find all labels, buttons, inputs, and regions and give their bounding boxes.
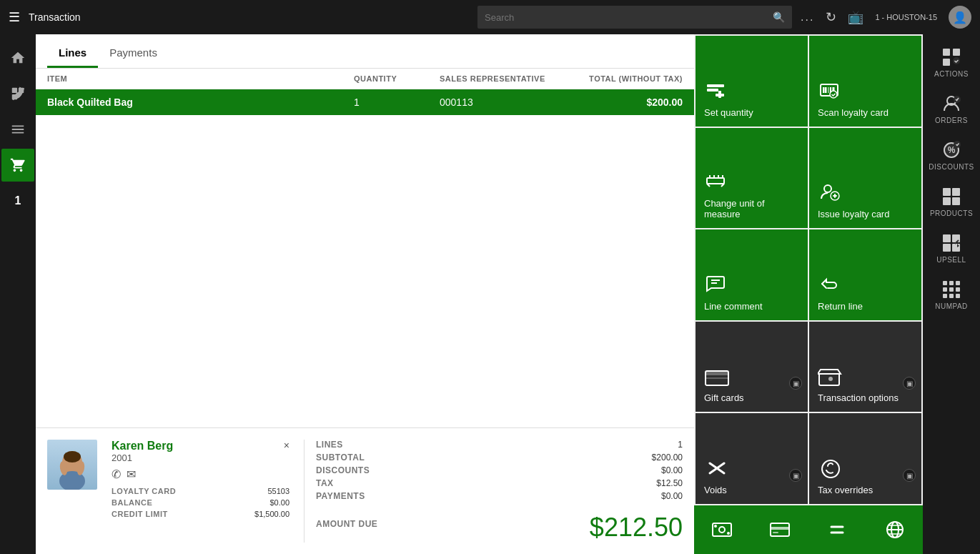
transaction-options-icon: ▣ (818, 365, 913, 387)
refresh-icon[interactable]: ↻ (826, 9, 836, 25)
tax-overrides-icon: ▣ (818, 457, 913, 479)
svg-rect-67 (949, 287, 954, 292)
col-item: ITEM (47, 74, 354, 83)
monitor-icon[interactable]: 📺 (848, 9, 863, 25)
user-avatar[interactable]: 👤 (949, 6, 971, 29)
set-quantity-tile[interactable]: Set quantity (696, 36, 808, 127)
topbar-actions: ... ↻ 📺 1 - HOUSTON-15 👤 (801, 6, 971, 29)
svg-rect-68 (956, 287, 960, 292)
loyalty-card-value: 55103 (267, 487, 289, 495)
equal-button[interactable] (809, 505, 866, 554)
card-button[interactable] (752, 505, 808, 554)
transaction-options-tile[interactable]: ▣ Transaction options (809, 322, 921, 412)
cash-button[interactable] (694, 505, 751, 554)
change-unit-of-measure-tile[interactable]: Change unit of measure (696, 128, 808, 229)
svg-rect-63 (943, 281, 947, 285)
search-input[interactable] (485, 12, 773, 23)
svg-rect-48 (943, 59, 950, 66)
sidebar-item-count[interactable]: 1 (1, 184, 34, 217)
tax-label: TAX (316, 478, 493, 488)
svg-rect-0 (12, 88, 17, 93)
credit-limit-value: $1,500.00 (254, 510, 289, 518)
sidebar-item-discounts[interactable]: % DISCOUNTS (924, 133, 979, 178)
svg-point-29 (828, 377, 833, 381)
row-item-name: Black Quilted Bag (47, 97, 354, 108)
gift-cards-tile[interactable]: ▣ Gift cards (696, 322, 808, 412)
discounts-value: $0.00 (507, 465, 683, 475)
products-label: PRODUCTS (930, 209, 973, 217)
sidebar-item-cart[interactable] (1, 149, 34, 182)
sidebar-item-products[interactable]: PRODUCTS (924, 179, 979, 224)
line-comment-tile[interactable]: Line comment (696, 229, 808, 320)
balance-label: BALANCE (112, 498, 152, 507)
menu-icon[interactable]: ☰ (9, 9, 20, 25)
svg-point-33 (719, 527, 725, 533)
more-button[interactable]: ... (801, 11, 814, 24)
sidebar-item-upsell[interactable]: UPSELL (924, 226, 979, 271)
change-unit-icon (704, 169, 799, 192)
balance-value: $0.00 (269, 498, 289, 507)
close-customer-button[interactable]: × (284, 440, 289, 451)
sidebar-item-products[interactable] (1, 77, 34, 110)
tax-overrides-label: Tax overrides (818, 485, 913, 495)
discounts-label: DISCOUNTS (929, 163, 974, 171)
orders-label: ORDERS (935, 117, 968, 124)
customer-contacts: ✆ ✉ (112, 468, 173, 481)
voids-tile[interactable]: ▣ Voids (696, 413, 808, 504)
email-icon[interactable]: ✉ (127, 468, 136, 481)
svg-point-49 (953, 57, 960, 64)
svg-rect-37 (771, 527, 789, 530)
svg-rect-47 (953, 49, 960, 56)
svg-rect-59 (943, 234, 951, 242)
web-button[interactable] (867, 505, 924, 554)
numpad-label: NUMPAD (935, 302, 968, 310)
svg-rect-66 (943, 287, 947, 292)
search-icon: 🔍 (773, 11, 785, 23)
store-info: 1 - HOUSTON-15 (875, 13, 937, 21)
far-right-sidebar: ACTIONS ORDERS % (923, 34, 980, 554)
customer-id: 2001 (112, 452, 173, 463)
search-bar[interactable]: 🔍 (477, 6, 792, 29)
svg-rect-2 (12, 94, 17, 99)
line-comment-icon (704, 272, 799, 295)
phone-icon[interactable]: ✆ (112, 468, 121, 481)
actions-icon (941, 47, 961, 67)
svg-point-18 (830, 91, 837, 98)
scan-loyalty-card-tile[interactable]: Scan loyalty card (809, 36, 921, 127)
svg-point-54 (954, 141, 961, 148)
amount-due-value: $212.50 (590, 513, 683, 543)
transaction-table: ITEM QUANTITY SALES REPRESENTATIVE TOTAL… (36, 69, 694, 427)
set-quantity-label: Set quantity (704, 107, 799, 118)
return-line-label: Return line (818, 301, 913, 312)
customer-details: LOYALTY CARD 55103 BALANCE $0.00 CREDIT … (112, 487, 289, 518)
svg-rect-27 (706, 371, 728, 375)
svg-point-20 (824, 185, 831, 192)
return-line-tile[interactable]: Return line (809, 229, 921, 320)
orders-icon (941, 94, 961, 114)
svg-rect-65 (956, 281, 960, 285)
tab-lines[interactable]: Lines (47, 39, 98, 68)
tax-value: $12.50 (507, 478, 683, 488)
tab-bar: Lines Payments (36, 34, 694, 69)
left-sidebar: 1 (0, 34, 36, 554)
topbar: ☰ Transaction 🔍 ... ↻ 📺 1 - HOUSTON-15 👤 (0, 0, 980, 34)
sidebar-item-numpad[interactable]: NUMPAD (924, 272, 979, 317)
svg-rect-58 (952, 197, 960, 205)
svg-rect-61 (943, 244, 951, 252)
app-title: Transaction (29, 11, 469, 23)
row-total: $200.00 (568, 97, 683, 108)
svg-rect-23 (833, 195, 837, 197)
tax-overrides-tile[interactable]: ▣ Tax overrides (809, 413, 921, 504)
tab-payments[interactable]: Payments (98, 39, 169, 68)
summary-grid: LINES 1 SUBTOTAL $200.00 DISCOUNTS $0.00… (316, 440, 683, 501)
svg-point-34 (714, 525, 717, 528)
products-icon (941, 187, 961, 207)
issue-loyalty-card-tile[interactable]: Issue loyalty card (809, 128, 921, 229)
sidebar-item-menu[interactable] (1, 113, 34, 146)
sidebar-item-orders[interactable]: ORDERS (924, 86, 979, 132)
sidebar-item-actions[interactable]: ACTIONS (924, 40, 979, 85)
table-row[interactable]: Black Quilted Bag 1 000113 $200.00 (36, 89, 694, 115)
lines-label: LINES (316, 440, 493, 450)
sidebar-item-home[interactable] (1, 41, 34, 74)
col-sales-rep: SALES REPRESENTATIVE (440, 74, 568, 83)
